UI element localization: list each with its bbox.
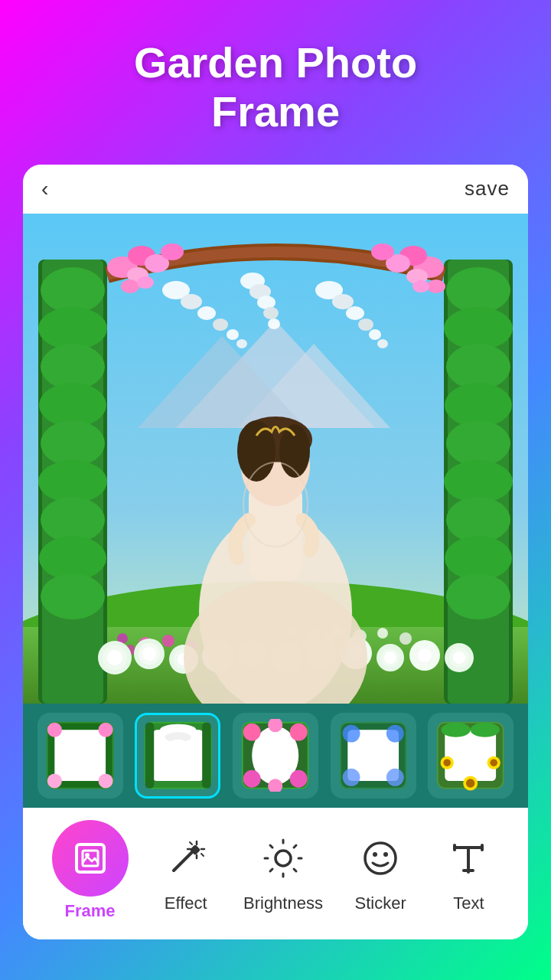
brightness-label: Brightness	[243, 893, 323, 913]
frame-label: Frame	[65, 901, 116, 921]
frame-icon	[72, 840, 109, 877]
main-card: ‹ save	[23, 165, 528, 939]
effect-icon	[166, 838, 206, 878]
svg-point-140	[343, 725, 360, 743]
svg-point-68	[137, 276, 154, 289]
svg-point-30	[38, 460, 107, 503]
svg-point-36	[446, 267, 510, 313]
svg-point-59	[358, 318, 373, 331]
svg-rect-145	[445, 730, 497, 781]
svg-point-133	[290, 724, 308, 741]
svg-point-44	[446, 573, 510, 619]
svg-line-172	[294, 845, 296, 848]
svg-rect-118	[54, 730, 106, 781]
tool-frame[interactable]: Frame	[52, 820, 129, 921]
frame-icon-wrap	[52, 820, 129, 897]
svg-point-141	[386, 725, 404, 743]
svg-point-105	[418, 648, 432, 662]
sticker-icon-wrap	[350, 828, 411, 889]
sticker-label: Sticker	[355, 893, 406, 913]
svg-point-165	[276, 851, 291, 866]
bottom-toolbar: Frame Effect	[23, 808, 528, 939]
svg-point-142	[343, 769, 360, 786]
svg-point-46	[181, 294, 202, 309]
svg-point-149	[444, 760, 452, 767]
svg-point-60	[369, 329, 381, 340]
svg-point-151	[491, 760, 498, 767]
svg-point-61	[377, 339, 388, 348]
svg-point-152	[442, 723, 471, 737]
text-icon	[448, 838, 488, 878]
svg-point-58	[346, 306, 364, 320]
svg-line-170	[270, 845, 272, 848]
svg-point-120	[99, 723, 113, 737]
svg-point-122	[99, 774, 113, 789]
svg-point-175	[373, 852, 377, 857]
svg-point-29	[41, 420, 105, 466]
svg-point-55	[268, 318, 280, 329]
svg-point-134	[243, 770, 261, 788]
svg-point-37	[444, 307, 513, 350]
save-button[interactable]: save	[465, 177, 510, 201]
frame-thumb-4[interactable]	[331, 713, 416, 799]
svg-point-47	[197, 306, 216, 320]
svg-point-132	[243, 724, 261, 741]
back-button[interactable]: ‹	[41, 177, 48, 201]
svg-point-127	[169, 740, 187, 748]
svg-point-33	[41, 573, 105, 619]
svg-point-48	[213, 318, 228, 331]
svg-rect-129	[202, 723, 210, 789]
svg-point-54	[263, 307, 279, 319]
effect-label: Effect	[165, 893, 207, 913]
svg-line-164	[201, 854, 204, 856]
svg-point-25	[41, 267, 105, 313]
frame-thumb-2[interactable]	[135, 713, 220, 799]
svg-point-75	[412, 280, 429, 292]
svg-point-143	[386, 769, 404, 786]
photo-frame-area	[23, 214, 528, 704]
effect-icon-wrap	[155, 828, 217, 889]
svg-point-153	[471, 723, 500, 737]
svg-point-74	[427, 279, 445, 293]
svg-point-50	[236, 339, 247, 348]
svg-point-176	[383, 852, 388, 857]
frame-thumbnails-row	[23, 704, 528, 808]
brightness-icon-wrap	[253, 828, 314, 889]
svg-point-156	[85, 853, 90, 858]
svg-rect-128	[145, 723, 153, 789]
text-icon-wrap	[438, 828, 499, 889]
frame-thumb-1[interactable]	[37, 713, 123, 799]
svg-point-9	[162, 635, 174, 647]
svg-point-72	[371, 243, 394, 260]
svg-line-163	[190, 842, 192, 844]
brightness-icon	[263, 838, 303, 878]
svg-point-40	[446, 420, 510, 466]
svg-point-49	[227, 329, 239, 340]
svg-rect-154	[77, 844, 104, 872]
sticker-icon	[360, 838, 400, 878]
svg-line-171	[294, 869, 296, 871]
tool-effect[interactable]: Effect	[155, 828, 217, 913]
svg-point-121	[47, 774, 62, 789]
app-title: Garden Photo Frame	[134, 38, 417, 137]
tool-sticker[interactable]: Sticker	[350, 828, 411, 913]
text-label: Text	[453, 893, 484, 913]
svg-point-20	[399, 632, 412, 645]
svg-point-57	[332, 294, 354, 309]
svg-point-119	[47, 723, 62, 737]
tool-brightness[interactable]: Brightness	[243, 828, 323, 913]
svg-point-67	[121, 279, 139, 293]
svg-point-26	[38, 307, 107, 350]
card-header: ‹ save	[23, 165, 528, 214]
svg-point-19	[377, 628, 388, 639]
svg-point-102	[384, 652, 396, 664]
frame-thumb-3[interactable]	[233, 713, 318, 799]
svg-point-174	[365, 843, 396, 874]
svg-point-81	[142, 647, 156, 661]
svg-line-157	[174, 851, 193, 871]
tool-text[interactable]: Text	[438, 828, 499, 913]
svg-line-173	[270, 869, 272, 871]
frame-thumb-5[interactable]	[428, 713, 514, 799]
svg-point-147	[466, 779, 474, 787]
svg-point-41	[444, 460, 513, 503]
